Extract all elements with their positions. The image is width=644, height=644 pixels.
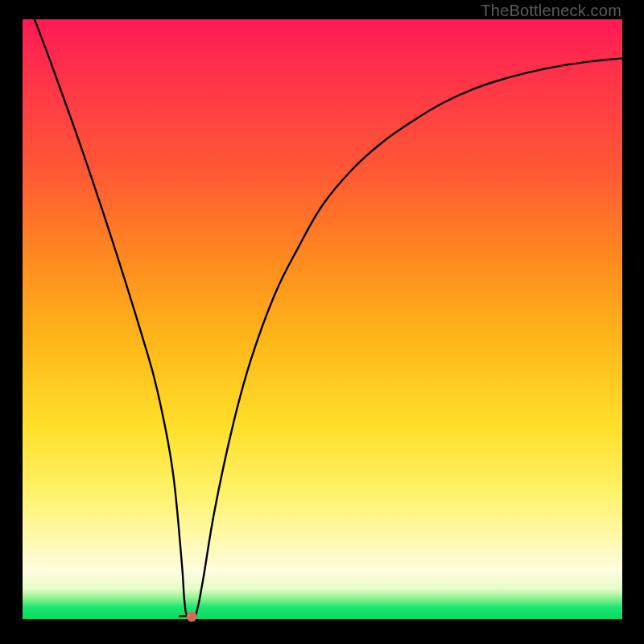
optimal-point-marker bbox=[187, 612, 197, 622]
bottleneck-curve bbox=[35, 19, 622, 619]
plot-area bbox=[23, 19, 622, 619]
watermark-text: TheBottleneck.com bbox=[481, 2, 621, 20]
chart-stage: TheBottleneck.com bbox=[0, 0, 644, 644]
curve-layer bbox=[23, 19, 622, 619]
